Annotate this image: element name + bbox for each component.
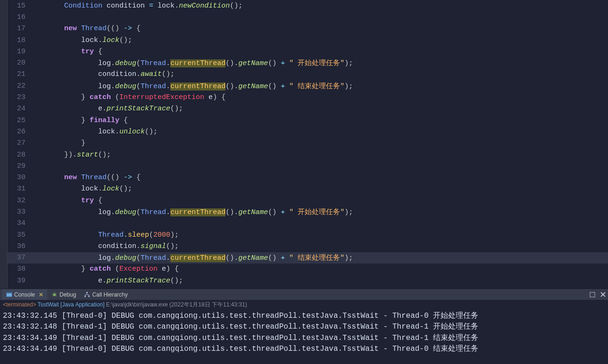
line-number: 34 <box>8 219 30 227</box>
line-number: 37 <box>8 254 30 262</box>
code-line[interactable]: 32 try { <box>8 195 608 206</box>
code-line[interactable]: 15 Condition condition = lock.newConditi… <box>8 0 608 11</box>
bug-icon <box>51 291 58 298</box>
line-number: 23 <box>8 93 30 101</box>
code-line[interactable]: 35 Thread.sleep(2000); <box>8 229 608 240</box>
code-line[interactable]: 39 e.printStackTrace(); <box>8 275 608 286</box>
terminated-app: TsstWait [Java Application] <box>38 301 105 308</box>
code-text: } <box>30 139 608 147</box>
console-line: 23:43:34.149 [Thread-1] DEBUG com.cangqi… <box>3 333 605 344</box>
close-panel-icon[interactable] <box>599 290 607 299</box>
svg-rect-10 <box>88 296 90 297</box>
code-text: } catch (InterruptedException e) { <box>30 93 608 101</box>
tab-call-hierarchy[interactable]: Call Hierarchy <box>80 289 131 300</box>
svg-line-6 <box>52 296 53 296</box>
code-line[interactable]: 31 lock.lock(); <box>8 183 608 195</box>
hierarchy-icon <box>83 291 90 298</box>
tab-console[interactable]: Console ✕ <box>2 289 47 300</box>
line-number: 16 <box>8 13 30 21</box>
console-line: 23:43:34.149 [Thread-0] DEBUG com.cangqi… <box>3 344 605 355</box>
terminated-timestamp: (2022年1月18日 下午11:43:31) <box>169 301 247 308</box>
console-output[interactable]: 23:43:32.145 [Thread-0] DEBUG com.cangqi… <box>0 310 608 364</box>
line-number: 20 <box>8 59 30 67</box>
code-line[interactable]: 37 log.debug(Thread.currentThread().getN… <box>8 252 608 264</box>
svg-line-7 <box>56 296 57 296</box>
editor-left-strip <box>0 0 8 289</box>
console-process-status: <terminated> TsstWait [Java Application]… <box>0 300 608 310</box>
svg-rect-11 <box>590 292 595 297</box>
line-number: 19 <box>8 48 30 56</box>
terminated-path: E:\java\jdk\bin\javaw.exe <box>106 301 168 308</box>
code-text: condition.signal(); <box>30 242 608 250</box>
code-text: new Thread(() -> { <box>30 25 608 33</box>
code-text: } catch (Exception e) { <box>30 265 608 273</box>
code-text: new Thread(() -> { <box>30 174 608 182</box>
console-icon <box>6 291 12 298</box>
line-number: 15 <box>8 2 30 10</box>
console-line: 23:43:32.148 [Thread-1] DEBUG com.cangqi… <box>3 322 605 332</box>
terminated-tag: <terminated> <box>3 301 36 308</box>
code-line[interactable]: 34 <box>8 218 608 229</box>
line-number: 22 <box>8 82 30 90</box>
code-editor[interactable]: 15 Condition condition = lock.newConditi… <box>0 0 608 289</box>
code-line[interactable]: 38 } catch (Exception e) { <box>8 264 608 275</box>
svg-rect-1 <box>6 292 12 294</box>
line-number: 36 <box>8 242 30 250</box>
svg-point-2 <box>53 293 56 296</box>
tab-debug-label: Debug <box>59 291 76 298</box>
line-number: 38 <box>8 265 30 273</box>
line-number: 18 <box>8 36 30 44</box>
code-text: log.debug(Thread.currentThread().getName… <box>30 207 608 216</box>
code-line[interactable]: 21 condition.await(); <box>8 69 608 80</box>
line-number: 21 <box>8 70 30 78</box>
code-line[interactable]: 36 condition.signal(); <box>8 240 608 252</box>
code-text: try { <box>30 48 608 56</box>
code-line[interactable]: 19 try { <box>8 46 608 57</box>
code-line[interactable]: 22 log.debug(Thread.currentThread().getN… <box>8 80 608 91</box>
line-number: 27 <box>8 139 30 147</box>
code-line[interactable]: 25 } finally { <box>8 115 608 126</box>
line-number: 17 <box>8 25 30 33</box>
code-line[interactable]: 20 log.debug(Thread.currentThread().getN… <box>8 57 608 68</box>
code-line[interactable]: 24 e.printStackTrace(); <box>8 103 608 115</box>
line-number: 25 <box>8 116 30 124</box>
code-text: e.printStackTrace(); <box>30 277 608 285</box>
code-text: log.debug(Thread.currentThread().getName… <box>30 82 608 91</box>
svg-rect-9 <box>84 296 86 297</box>
code-line[interactable]: 33 log.debug(Thread.currentThread().getN… <box>8 206 608 217</box>
code-line[interactable]: 17 new Thread(() -> { <box>8 23 608 34</box>
code-line[interactable]: 23 } catch (InterruptedException e) { <box>8 91 608 103</box>
line-number: 28 <box>8 151 30 159</box>
svg-rect-8 <box>86 292 88 293</box>
code-line[interactable]: 27 } <box>8 138 608 149</box>
code-text: e.printStackTrace(); <box>30 105 608 113</box>
line-number: 31 <box>8 185 30 193</box>
code-text: condition.await(); <box>30 70 608 78</box>
line-number: 26 <box>8 128 30 136</box>
code-line[interactable]: 29 <box>8 160 608 172</box>
line-number: 29 <box>8 162 30 170</box>
console-line: 23:43:32.145 [Thread-0] DEBUG com.cangqi… <box>3 311 605 322</box>
close-tab-icon[interactable]: ✕ <box>39 291 43 298</box>
code-line[interactable]: 30 new Thread(() -> { <box>8 172 608 183</box>
code-line[interactable]: 16 <box>8 11 608 23</box>
line-number: 30 <box>8 174 30 182</box>
code-text: try { <box>30 197 608 205</box>
code-text: } finally { <box>30 116 608 124</box>
tab-console-label: Console <box>14 291 35 298</box>
tab-debug[interactable]: Debug <box>47 289 80 300</box>
minimize-panel-icon[interactable] <box>588 290 597 299</box>
line-number: 33 <box>8 208 30 216</box>
line-number: 35 <box>8 231 30 239</box>
panel-tabbar: Console ✕ Debug Call Hierarchy <box>0 289 608 300</box>
code-line[interactable]: 26 lock.unlock(); <box>8 126 608 137</box>
line-number: 39 <box>8 277 30 285</box>
code-text: log.debug(Thread.currentThread().getName… <box>30 58 608 67</box>
code-text: lock.unlock(); <box>30 128 608 136</box>
code-text: lock.lock(); <box>30 185 608 193</box>
code-text: Thread.sleep(2000); <box>30 231 608 239</box>
code-line[interactable]: 18 lock.lock(); <box>8 34 608 46</box>
line-number: 24 <box>8 105 30 113</box>
code-text: lock.lock(); <box>30 36 608 44</box>
code-line[interactable]: 28 }).start(); <box>8 149 608 160</box>
